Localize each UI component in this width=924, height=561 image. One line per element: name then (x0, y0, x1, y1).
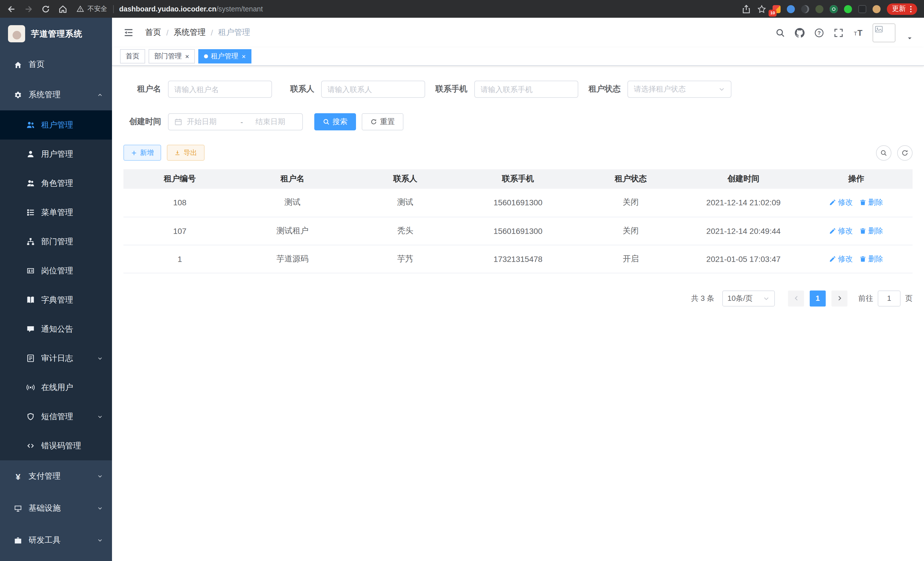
fullscreen-icon[interactable] (834, 28, 843, 38)
screen: 不安全 dashboard.yudao.iocoder.cn/system/te… (0, 0, 924, 561)
sidebar-item-audit-log[interactable]: 审计日志 (0, 344, 112, 373)
message-bubble-icon (26, 325, 35, 333)
tab-departments[interactable]: 部门管理 × (148, 49, 195, 63)
cell-actions: 修改删除 (800, 245, 913, 273)
home-icon[interactable] (58, 4, 68, 14)
cell-status: 开启 (574, 245, 687, 273)
sidebar-item-sms[interactable]: 短信管理 (0, 402, 112, 431)
sidebar-item-infrastructure[interactable]: 基础设施 (0, 492, 112, 524)
sidebar-item-online-users[interactable]: 在线用户 (0, 373, 112, 402)
sidebar-item-label: 在线用户 (41, 382, 73, 393)
github-icon[interactable] (795, 28, 805, 38)
sidebar-item-posts[interactable]: 岗位管理 (0, 256, 112, 285)
edit-link[interactable]: 修改 (830, 198, 853, 208)
phone-input[interactable] (481, 85, 572, 93)
menu-list-icon (26, 208, 35, 217)
help-icon[interactable]: ? (814, 28, 824, 38)
security-warning[interactable]: 不安全 (76, 5, 107, 13)
download-icon (174, 150, 181, 156)
avatar[interactable] (873, 23, 896, 42)
date-separator: - (241, 117, 243, 126)
extension-icon[interactable] (844, 5, 852, 13)
extension-icon[interactable] (815, 5, 824, 13)
code-icon (26, 441, 35, 450)
sidebar-item-roles[interactable]: 角色管理 (0, 169, 112, 198)
broken-image-icon (875, 26, 883, 32)
export-button[interactable]: 导出 (167, 145, 205, 161)
close-icon[interactable]: × (242, 53, 246, 60)
page-number-current[interactable]: 1 (810, 290, 826, 306)
extension-icon[interactable] (830, 5, 838, 13)
sidebar-item-menus[interactable]: 菜单管理 (0, 198, 112, 227)
prev-page-button[interactable] (788, 290, 804, 306)
date-range-picker[interactable]: 开始日期 - 结束日期 (168, 113, 303, 130)
column-header: 联系人 (349, 169, 462, 189)
sidebar-item-home[interactable]: 首页 (0, 50, 112, 80)
svg-text:T: T (857, 28, 862, 37)
sidebar-item-error-codes[interactable]: 错误码管理 (0, 431, 112, 460)
extension-icon[interactable]: 10 (772, 5, 781, 13)
warning-triangle-icon (76, 5, 84, 13)
contact-input[interactable] (327, 85, 419, 93)
extension-icon[interactable] (801, 5, 809, 13)
sidebar-item-users[interactable]: 用户管理 (0, 140, 112, 169)
search-button[interactable]: 搜索 (314, 113, 356, 130)
add-button[interactable]: 新增 (123, 145, 161, 161)
sidebar-item-label: 菜单管理 (41, 207, 73, 218)
sidebar-item-payments[interactable]: ¥ 支付管理 (0, 460, 112, 492)
bookmark-star-icon[interactable] (757, 4, 766, 14)
goto-page-input[interactable] (878, 290, 901, 306)
svg-text:T: T (854, 30, 857, 36)
chrome-update-button[interactable]: 更新 (887, 3, 917, 15)
sidebar-item-dev-tools[interactable]: 研发工具 (0, 524, 112, 556)
next-page-button[interactable] (831, 290, 848, 306)
profile-avatar[interactable] (873, 5, 880, 13)
url-bar[interactable]: dashboard.yudao.iocoder.cn/system/tenant (119, 5, 263, 13)
breadcrumb-system[interactable]: 系统管理 (174, 27, 206, 38)
sidebar-item-tenant[interactable]: 租户管理 (0, 110, 112, 140)
tab-home[interactable]: 首页 (120, 49, 145, 63)
cell-contact: 测试 (349, 189, 462, 217)
delete-link[interactable]: 删除 (860, 198, 883, 208)
kebab-menu-icon (910, 5, 912, 13)
export-button-label: 导出 (183, 148, 197, 158)
share-icon[interactable] (742, 4, 751, 14)
sidebar-item-dictionary[interactable]: 字典管理 (0, 285, 112, 314)
refresh-table-button[interactable] (897, 145, 913, 160)
reset-button[interactable]: 重置 (362, 113, 404, 130)
refresh-icon[interactable] (41, 4, 50, 14)
back-icon[interactable] (7, 4, 16, 14)
font-size-icon[interactable]: TT (853, 28, 863, 38)
app-logo[interactable]: 芋道管理系统 (0, 18, 112, 50)
delete-link[interactable]: 删除 (860, 226, 883, 236)
breadcrumb-current: 租户管理 (218, 27, 250, 38)
top-header: 首页 / 系统管理 / 租户管理 ? TT (112, 18, 924, 47)
toggle-search-button[interactable] (876, 145, 891, 160)
svg-text:?: ? (818, 30, 820, 36)
sidebar-item-system[interactable]: 系统管理 (0, 80, 112, 110)
edit-link[interactable]: 修改 (830, 226, 853, 236)
breadcrumb-home[interactable]: 首页 (145, 27, 161, 38)
extension-icon[interactable] (858, 5, 866, 13)
search-icon (323, 118, 330, 125)
tab-tenant[interactable]: 租户管理 × (198, 49, 251, 63)
forward-icon[interactable] (24, 4, 33, 14)
tenant-name-input[interactable] (174, 85, 266, 93)
sidebar-item-departments[interactable]: 部门管理 (0, 227, 112, 256)
active-dot (204, 54, 208, 58)
sidebar-item-notices[interactable]: 通知公告 (0, 314, 112, 344)
caret-down-icon[interactable] (907, 35, 913, 41)
edit-link[interactable]: 修改 (830, 254, 853, 264)
close-icon[interactable]: × (185, 53, 189, 60)
search-icon[interactable] (776, 28, 785, 38)
delete-link[interactable]: 删除 (860, 254, 883, 264)
status-select[interactable]: 请选择租户状态 (627, 81, 731, 98)
cell-contact: 芋艿 (349, 245, 462, 273)
sidebar-toggle-icon[interactable] (123, 27, 134, 38)
update-label: 更新 (892, 4, 906, 14)
extension-icon[interactable] (787, 5, 795, 13)
extension-badge: 10 (769, 10, 777, 16)
page-unit-label: 页 (905, 293, 913, 303)
home-icon (14, 60, 22, 69)
page-size-select[interactable]: 10条/页 (722, 290, 775, 306)
